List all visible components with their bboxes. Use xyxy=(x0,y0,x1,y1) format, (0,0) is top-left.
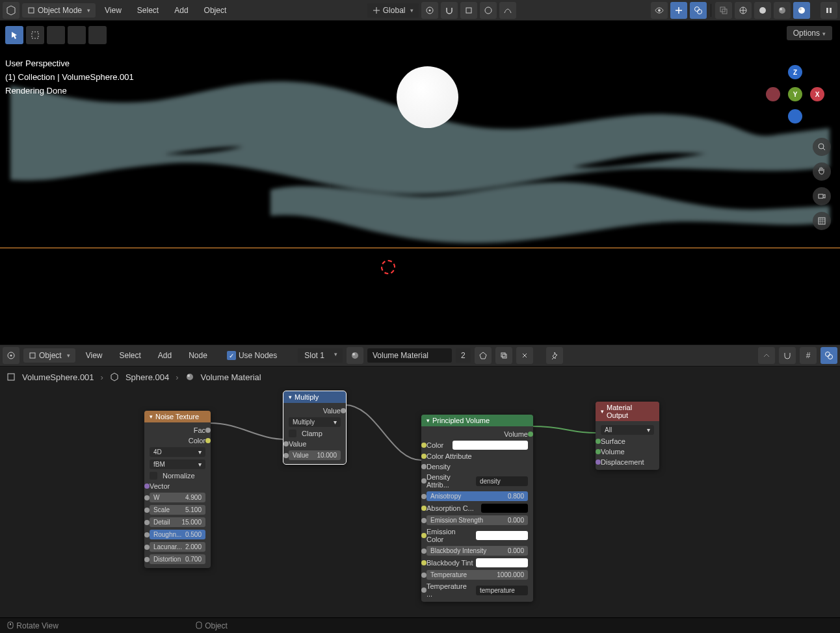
gizmo-neg-x-axis[interactable] xyxy=(766,87,780,101)
output-target-dropdown[interactable]: All▾ xyxy=(601,425,654,435)
svg-point-15 xyxy=(799,8,802,10)
select-tool-icon[interactable] xyxy=(5,26,23,44)
anisotropy-field[interactable]: Anisotropy0.800 xyxy=(427,491,528,501)
menu-select[interactable]: Select xyxy=(131,3,165,18)
node-title[interactable]: Material Output xyxy=(596,402,659,421)
proportional-icon[interactable] xyxy=(480,2,497,19)
node-graph-area[interactable]: Noise Texture Fac Color 4D▾ fBM▾ Normali… xyxy=(0,387,840,617)
pivot-icon[interactable] xyxy=(421,2,438,19)
3d-viewport[interactable]: User Perspective (1) Collection | Volume… xyxy=(0,21,840,344)
menu-view[interactable]: View xyxy=(98,3,128,18)
grid-snap-icon[interactable]: # xyxy=(800,347,817,364)
slot-dropdown[interactable]: Slot 1▾ xyxy=(298,348,343,363)
snap-icon[interactable] xyxy=(441,2,458,19)
node-menu-add[interactable]: Add xyxy=(151,348,178,363)
absorption-swatch[interactable] xyxy=(481,504,528,513)
snap-target-icon[interactable] xyxy=(460,2,477,19)
gizmo-toggle-icon[interactable] xyxy=(670,2,687,19)
shading-wireframe-icon[interactable] xyxy=(735,2,752,19)
shading-matprev-icon[interactable] xyxy=(774,2,791,19)
select-box-icon[interactable] xyxy=(26,26,44,44)
noise-lacunarity-field[interactable]: Lacunar...2.000 xyxy=(150,542,205,552)
pan-icon[interactable] xyxy=(813,162,831,181)
editor-type-icon[interactable] xyxy=(3,2,20,19)
node-editor-type-icon[interactable] xyxy=(3,347,20,364)
node-title[interactable]: Noise Texture xyxy=(144,411,211,422)
zoom-icon[interactable] xyxy=(813,138,831,156)
blackbody-intensity-field[interactable]: Blackbody Intensity0.000 xyxy=(427,546,528,556)
xray-icon[interactable] xyxy=(715,2,732,19)
node-material-output[interactable]: Material Output All▾ Surface Volume Disp… xyxy=(596,402,659,470)
node-title[interactable]: Principled Volume xyxy=(421,415,533,426)
mesh-icon xyxy=(110,372,119,381)
shading-solid-icon[interactable] xyxy=(754,2,771,19)
material-name-field[interactable]: Volume Material xyxy=(367,348,452,363)
duplicate-icon[interactable] xyxy=(495,347,512,364)
object-icon xyxy=(7,372,16,381)
parent-icon[interactable] xyxy=(758,347,775,364)
pin-icon[interactable] xyxy=(546,347,563,364)
viewport-options-dropdown[interactable]: Options▾ xyxy=(787,26,832,40)
navigation-gizmo[interactable]: Z Y X xyxy=(766,65,824,123)
noise-roughness-field[interactable]: Roughn...0.500 xyxy=(150,530,205,539)
node-principled-volume[interactable]: Principled Volume Volume Color Color Att… xyxy=(421,415,533,602)
camera-view-icon[interactable] xyxy=(813,187,831,205)
node-noise-texture[interactable]: Noise Texture Fac Color 4D▾ fBM▾ Normali… xyxy=(144,411,211,568)
interaction-mode-dropdown[interactable]: Object Mode▾ xyxy=(22,3,96,18)
breadcrumb-object[interactable]: VolumeSphere.001 xyxy=(22,372,94,382)
gizmo-x-axis[interactable]: X xyxy=(810,87,824,101)
viewport-info-render: Rendering Done xyxy=(5,84,134,98)
svg-rect-31 xyxy=(8,374,14,380)
node-mode-dropdown[interactable]: Object▾ xyxy=(23,348,75,363)
node-menu-node[interactable]: Node xyxy=(182,348,214,363)
emission-color-swatch[interactable] xyxy=(476,531,528,540)
shading-rendered-icon[interactable] xyxy=(793,2,810,19)
svg-point-25 xyxy=(352,352,358,359)
gizmo-neg-z-axis[interactable] xyxy=(788,109,802,123)
noise-type-dropdown[interactable]: fBM▾ xyxy=(150,459,205,469)
pause-icon[interactable] xyxy=(820,2,837,19)
unlink-icon[interactable] xyxy=(516,347,533,364)
gizmo-z-axis[interactable]: Z xyxy=(788,65,802,79)
breadcrumb-material[interactable]: Volume Material xyxy=(201,372,261,382)
node-title[interactable]: Multiply xyxy=(283,391,346,403)
transform-orientation-dropdown[interactable]: Global▾ xyxy=(367,3,419,18)
noise-w-field[interactable]: W4.900 xyxy=(150,493,205,502)
clamp-checkbox[interactable] xyxy=(289,430,296,437)
material-users[interactable]: 2 xyxy=(456,348,471,363)
node-multiply[interactable]: Multiply Value Multiply▾ Clamp Value Val… xyxy=(283,391,346,464)
use-nodes-checkbox[interactable]: ✓Use Nodes xyxy=(227,351,277,360)
noise-distortion-field[interactable]: Distortion0.700 xyxy=(150,554,205,564)
density-attr-field[interactable]: density xyxy=(476,476,528,486)
normalize-checkbox[interactable] xyxy=(150,472,157,480)
overlay-node-icon[interactable] xyxy=(820,347,837,364)
multiply-value-field[interactable]: Value10.000 xyxy=(289,450,341,460)
gizmo-y-axis[interactable]: Y xyxy=(788,87,802,101)
emission-strength-field[interactable]: Emission Strength0.000 xyxy=(427,515,528,525)
blackbody-tint-swatch[interactable] xyxy=(476,558,528,567)
3d-cursor xyxy=(381,260,395,274)
node-menu-select[interactable]: Select xyxy=(112,348,147,363)
material-browse-icon[interactable] xyxy=(347,347,363,364)
snap-node-icon[interactable] xyxy=(779,347,796,364)
menu-object[interactable]: Object xyxy=(198,3,233,18)
temp-attr-field[interactable]: temperature xyxy=(476,586,528,595)
perspective-icon[interactable] xyxy=(813,212,831,230)
noise-detail-field[interactable]: Detail15.000 xyxy=(150,517,205,527)
tool-icon-3[interactable] xyxy=(47,26,65,44)
node-menu-view[interactable]: View xyxy=(79,348,109,363)
temperature-field[interactable]: Temperature1000.000 xyxy=(427,570,528,580)
noise-scale-field[interactable]: Scale5.100 xyxy=(150,505,205,515)
visibility-icon[interactable] xyxy=(651,2,668,19)
fake-user-icon[interactable] xyxy=(475,347,492,364)
color-swatch[interactable] xyxy=(453,441,528,450)
noise-dimensions-dropdown[interactable]: 4D▾ xyxy=(150,447,205,457)
tool-icon-5[interactable] xyxy=(88,26,107,44)
falloff-icon[interactable] xyxy=(499,2,516,19)
math-op-dropdown[interactable]: Multiply▾ xyxy=(289,417,341,427)
overlay-toggle-icon[interactable] xyxy=(690,2,707,19)
tool-icon-4[interactable] xyxy=(68,26,86,44)
socket-density: Density xyxy=(427,463,451,471)
breadcrumb-mesh[interactable]: Sphere.004 xyxy=(125,372,169,382)
menu-add[interactable]: Add xyxy=(168,3,194,18)
